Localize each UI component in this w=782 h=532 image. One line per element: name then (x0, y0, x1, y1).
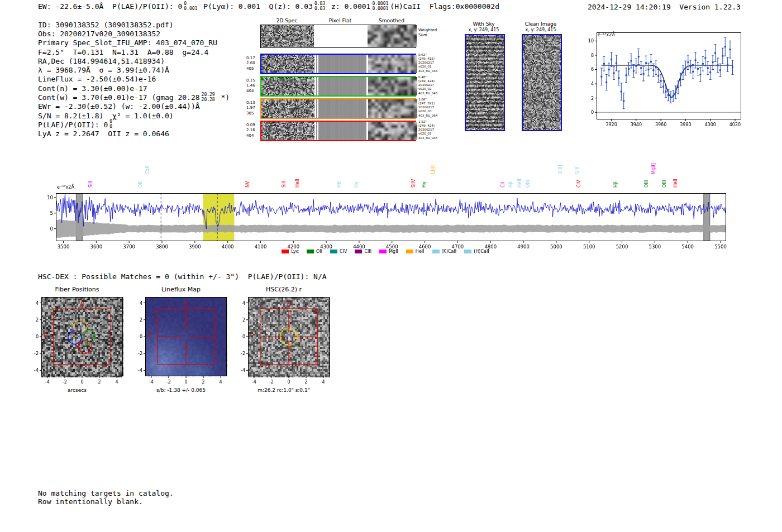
emission-line-label: Hβ (508, 181, 513, 188)
hsc-dex-match-line: HSC-DEX : Possible Matches = 0 (within +… (38, 272, 327, 281)
fiber-positions-plot (29, 295, 125, 386)
legend-swatch (379, 250, 387, 253)
emission-line-label: SiII (282, 181, 287, 188)
footer-note-1: No matching targets in catalog. (38, 489, 174, 497)
elixer-detection-report: EW: -22.6±-5.0Å P(LAE)/P(OII): 000.001 P… (0, 0, 782, 532)
legend-swatch (406, 250, 413, 253)
legend-item: (K)CaII (432, 249, 457, 254)
legend-item: Lyα (282, 249, 299, 254)
emission-line-label: CIII] (431, 165, 436, 174)
hsc-cutout-title: HSC(26.2) r (239, 286, 328, 293)
legend-swatch (464, 250, 471, 253)
emission-line-label: CIV (576, 180, 581, 188)
legend-label: (H)CaII (474, 249, 489, 254)
spectrum-legend: LyαOIICIVCIIIMgIIHeII(K)CaII(H)CaII (39, 249, 732, 254)
emission-line-label: OII (138, 181, 143, 188)
emission-line-label: SiIV (411, 179, 416, 188)
legend-swatch (282, 250, 289, 253)
legend-item: HeII (406, 249, 425, 254)
legend-swatch (330, 250, 337, 253)
emission-line-label: OIII (662, 180, 667, 188)
hsc-cutout-xlabel: m:26.2 rc:1.0" s:0.1" (239, 387, 328, 393)
emission-line-label: SiII (88, 181, 93, 188)
emission-line-label: NV (245, 181, 250, 188)
emission-line-label: CII (500, 182, 506, 188)
emission-line-label: Hβ (613, 181, 618, 188)
lineflux-map-xlabel: s/b: -1.38 +/- 0.065 (136, 387, 226, 393)
emission-line-label: OIII (575, 167, 580, 174)
legend-item: OII (307, 249, 322, 254)
full-spectrum-plot (39, 190, 732, 251)
emission-line-label: Hδ (337, 181, 342, 188)
legend-item: CIV (330, 249, 347, 254)
emission-line-label: OIII (526, 180, 531, 188)
emission-line-label: MgII] (651, 163, 656, 174)
legend-label: HeII (416, 249, 425, 254)
fiber-positions-xlabel: arcsecs (32, 387, 122, 393)
fiber-positions-title: Fiber Positions (32, 286, 122, 293)
legend-item: CIII (355, 249, 371, 254)
hsc-cutout-plot (236, 295, 332, 386)
emission-line-label: OIII (644, 180, 649, 188)
emission-line-label: CaII (145, 166, 150, 174)
legend-label: Lyα (291, 249, 299, 254)
legend-label: CIV (340, 249, 347, 254)
footer-note-2: Row intentionally blank. (38, 497, 143, 506)
legend-label: (K)CaII (442, 249, 457, 254)
spectrum-units-annotation: e⁻¹⁷x2Å (57, 185, 74, 190)
emission-line-labels: SiIIOIICaIINVSiIIHeIIHδHγSiIVHγCIII]CIIH… (39, 0, 732, 190)
emission-line-label: HeII (295, 179, 300, 188)
emission-line-label: HeII (673, 179, 678, 188)
legend-label: OII (316, 249, 322, 254)
legend-item: MgII (379, 249, 398, 254)
emission-line-label: Hγ (354, 181, 359, 188)
lineflux-map-plot (133, 295, 229, 386)
legend-swatch (307, 250, 314, 253)
legend-swatch (432, 250, 440, 253)
emission-line-label: Hγ (422, 181, 427, 188)
emission-line-label: OIII] (558, 165, 563, 175)
lineflux-map-title: Lineflux Map (136, 286, 226, 293)
legend-label: CIII (364, 249, 371, 254)
legend-item: (H)CaII (464, 249, 489, 254)
emission-line-label: HeII (517, 179, 522, 188)
legend-swatch (355, 250, 362, 253)
legend-label: MgII (389, 249, 398, 254)
